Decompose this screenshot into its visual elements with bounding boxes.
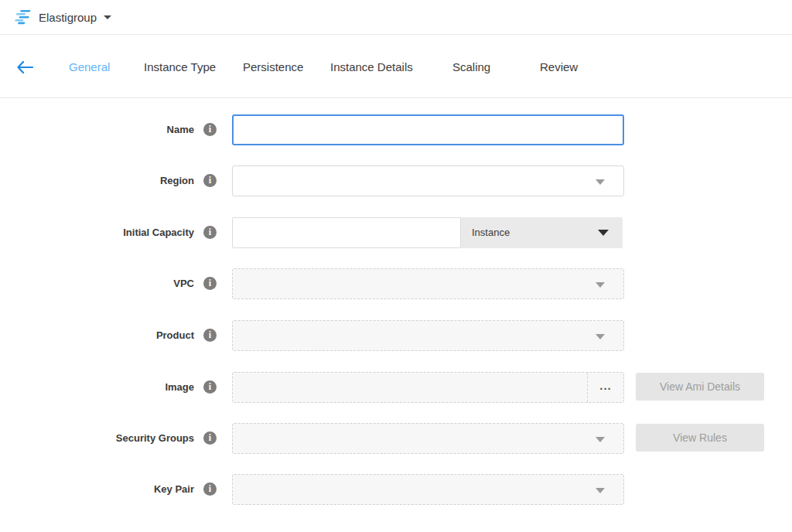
security-groups-select[interactable]	[232, 423, 624, 454]
region-label: Region	[0, 165, 194, 196]
form-row-initial-capacity: Initial Capacity i Instance	[0, 217, 792, 248]
tab-persistence[interactable]: Persistence	[243, 60, 303, 73]
product-label: Product	[0, 320, 194, 351]
app-switcher[interactable]: Elastigroup	[12, 9, 111, 25]
chevron-down-icon	[596, 179, 605, 185]
form-row-key-pair: Key Pair i	[0, 474, 792, 505]
key-pair-info-icon[interactable]: i	[203, 483, 217, 496]
tab-scaling[interactable]: Scaling	[452, 60, 490, 73]
form-row-product: Product i	[0, 320, 792, 351]
elastigroup-logo-icon	[12, 9, 31, 25]
security-groups-info-icon[interactable]: i	[203, 431, 217, 445]
form-row-vpc: VPC i	[0, 268, 792, 299]
vpc-info-icon[interactable]: i	[203, 277, 217, 290]
chevron-down-icon	[596, 488, 605, 493]
initial-capacity-info-icon[interactable]: i	[203, 226, 217, 239]
chevron-down-icon	[596, 282, 605, 288]
app-title: Elastigroup	[39, 11, 97, 24]
tab-instance-type[interactable]: Instance Type	[144, 60, 216, 73]
vpc-label: VPC	[0, 268, 194, 299]
name-label: Name	[0, 114, 194, 145]
region-select[interactable]	[232, 165, 624, 196]
chevron-down-icon	[596, 334, 605, 339]
back-arrow-icon[interactable]	[16, 60, 33, 74]
chevron-down-icon	[596, 437, 605, 442]
tab-general[interactable]: General	[69, 60, 110, 73]
form-row-region: Region i	[0, 165, 792, 196]
product-info-icon[interactable]: i	[203, 329, 217, 342]
browse-image-button[interactable]: ...	[587, 373, 623, 402]
wizard-tab-bar: General Instance Type Persistence Instan…	[0, 36, 792, 98]
chevron-down-icon	[598, 230, 609, 236]
image-info-icon[interactable]: i	[203, 380, 217, 394]
initial-capacity-input[interactable]	[232, 217, 461, 248]
capacity-unit-select[interactable]: Instance	[461, 217, 623, 248]
key-pair-select[interactable]	[232, 474, 624, 505]
image-input[interactable]: ...	[232, 372, 624, 403]
product-select[interactable]	[232, 320, 624, 351]
key-pair-label: Key Pair	[0, 474, 194, 505]
security-groups-label: Security Groups	[0, 423, 194, 454]
name-info-icon[interactable]: i	[203, 123, 217, 136]
view-ami-details-button[interactable]: View Ami Details	[636, 373, 764, 401]
image-label: Image	[0, 372, 194, 403]
region-info-icon[interactable]: i	[203, 174, 217, 187]
vpc-select[interactable]	[232, 268, 624, 299]
initial-capacity-label: Initial Capacity	[0, 217, 194, 248]
form-row-security-groups: Security Groups i View Rules	[0, 423, 792, 454]
name-input[interactable]	[232, 114, 624, 145]
top-bar: Elastigroup	[0, 0, 792, 35]
app-switcher-caret-icon	[104, 15, 111, 19]
view-rules-button[interactable]: View Rules	[636, 424, 764, 452]
tab-instance-details[interactable]: Instance Details	[330, 60, 413, 73]
elastigroup-create-page: Elastigroup General Instance Type Persis…	[0, 0, 792, 532]
tab-review[interactable]: Review	[540, 60, 578, 73]
capacity-unit-value: Instance	[472, 217, 510, 248]
form-row-name: Name i	[0, 114, 792, 145]
form-row-image: Image i ... View Ami Details	[0, 372, 792, 403]
